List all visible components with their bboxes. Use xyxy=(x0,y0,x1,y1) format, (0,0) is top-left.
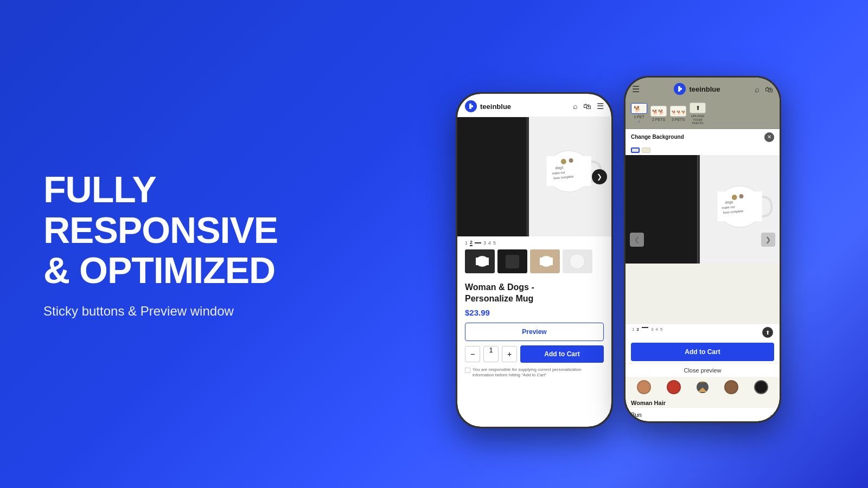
upload-label: UPLOADYOURPHOTO xyxy=(691,114,705,125)
pet-2-svg: 🐕🐕 xyxy=(652,107,665,115)
sticky-bottom-right: 1 2 3 4 5 ⬆ Add to Cart Close preview xyxy=(626,324,780,377)
logo-icon-right xyxy=(674,83,686,95)
svg-point-9 xyxy=(569,158,573,163)
r-dot-4: 4 xyxy=(655,327,658,338)
thumb-img-2 xyxy=(497,249,527,273)
thumb-4[interactable] xyxy=(563,249,592,273)
menu-icon-right[interactable]: ☰ xyxy=(632,84,640,94)
cart-icon-right[interactable]: 🛍 xyxy=(765,85,773,94)
pet-2-icon: 🐕🐕 xyxy=(650,106,667,117)
disclaimer-content: You are responsible for supplying correc… xyxy=(473,367,604,378)
add-to-cart-btn-right[interactable]: Add to Cart xyxy=(631,343,774,361)
upload-arrow-icon: ⬆ xyxy=(695,105,700,112)
svg-rect-0 xyxy=(457,117,526,236)
svg-point-31 xyxy=(732,195,737,200)
search-icon-right[interactable]: ⌕ xyxy=(755,85,760,94)
cart-icon[interactable]: 🛍 xyxy=(583,101,591,111)
disclaimer-text: You are responsible for supplying correc… xyxy=(465,367,604,378)
dot-dash xyxy=(475,242,481,243)
r-dot-3: 3 xyxy=(651,327,653,338)
color-option-4[interactable] xyxy=(724,380,738,394)
product-price-left: $23.99 xyxy=(465,308,604,317)
svg-rect-12 xyxy=(476,258,489,265)
upload-photo-option[interactable]: ⬆ UPLOADYOURPHOTO xyxy=(690,102,706,125)
pet-option-1[interactable]: 🐕 1 PET ✓ xyxy=(631,103,647,124)
bg-swatch-2[interactable] xyxy=(642,147,650,153)
prev-arrow-right[interactable]: ❮ xyxy=(630,233,644,247)
product-info-left: Woman & Dogs -Personalize Mug $23.99 Pre… xyxy=(457,278,611,382)
product-scene-svg-right: dogs make our lives complete xyxy=(626,155,780,264)
product-main-image-right: dogs make our lives complete ❮ ❯ xyxy=(626,155,780,324)
r-dot-1: 1 xyxy=(632,327,634,338)
svg-point-19 xyxy=(570,254,585,269)
dots-nav-left: 1 2 3 4 5 xyxy=(457,236,611,249)
dot-2-active: 2 xyxy=(470,240,473,246)
customization-area: Woman Hair Bun ⌄ xyxy=(626,377,780,421)
dot-4: 4 xyxy=(488,240,491,246)
pet-1-label: 1 PET xyxy=(634,115,644,119)
dot-1: 1 xyxy=(465,240,468,246)
pet-1-svg: 🐕 xyxy=(633,104,646,113)
thumb-img-4 xyxy=(563,249,592,273)
close-x-button[interactable]: ✕ xyxy=(764,132,774,142)
pet-options-row: 🐕 1 PET ✓ 🐕🐕 2 PETS xyxy=(626,99,780,129)
nav-icons-left: ⌕ 🛍 ☰ xyxy=(573,101,604,111)
thumb-img-3 xyxy=(530,249,560,273)
teeinblue-logo-left: teeinblue xyxy=(465,100,511,112)
preview-button[interactable]: Preview xyxy=(465,323,604,341)
r-dot-5: 5 xyxy=(660,327,662,338)
scroll-up-btn[interactable]: ⬆ xyxy=(762,327,773,338)
pet-option-3[interactable]: 🐕🐕🐕 3 PETS xyxy=(670,106,686,121)
bg-swatch-1[interactable] xyxy=(631,147,640,153)
svg-rect-14 xyxy=(506,255,519,268)
thumb-2[interactable] xyxy=(497,249,527,273)
thumbnail-row xyxy=(457,249,611,278)
color-option-2[interactable] xyxy=(667,380,681,394)
svg-rect-1 xyxy=(526,117,529,236)
main-heading: FULLY RESPONSIVE & OPTIMIZED xyxy=(43,169,326,291)
phones-container: teeinblue ⌕ 🛍 ☰ xyxy=(369,60,868,428)
search-icon[interactable]: ⌕ xyxy=(573,101,578,111)
thumb-3[interactable] xyxy=(530,249,560,273)
phone-left: teeinblue ⌕ 🛍 ☰ xyxy=(456,92,613,428)
svg-text:🐕🐕: 🐕🐕 xyxy=(652,109,665,115)
cart-row: − 1 + Add to Cart xyxy=(465,345,604,363)
r-dot-dash xyxy=(642,327,648,328)
pet-1-icon: 🐕 xyxy=(631,103,647,114)
phone-left-screen: teeinblue ⌕ 🛍 ☰ xyxy=(457,94,611,427)
thumb-1[interactable] xyxy=(465,249,495,273)
color-option-5[interactable] xyxy=(754,380,768,394)
menu-icon[interactable]: ☰ xyxy=(597,101,604,111)
qty-plus-btn[interactable]: + xyxy=(502,346,517,362)
thumb-img-1 xyxy=(465,249,495,273)
left-section: FULLY RESPONSIVE & OPTIMIZED Sticky butt… xyxy=(0,169,369,319)
close-preview-btn[interactable]: Close preview xyxy=(626,363,780,377)
phone-right-screen: ☰ teeinblue ⌕ 🛍 xyxy=(626,78,780,421)
svg-text:🐕: 🐕 xyxy=(634,105,641,113)
svg-rect-4 xyxy=(547,156,591,186)
title-line-2: & OPTIMIZED xyxy=(43,249,275,291)
color-option-3[interactable] xyxy=(697,381,709,393)
pet-3-label: 3 PETS xyxy=(672,118,685,121)
disclaimer-checkbox[interactable] xyxy=(465,368,470,373)
dots-nav-right: 1 2 3 4 5 ⬆ xyxy=(626,324,780,341)
svg-point-8 xyxy=(561,159,566,164)
logo-symbol xyxy=(467,102,475,110)
qty-minus-btn[interactable]: − xyxy=(465,346,480,362)
bun-dropdown[interactable]: Bun ⌄ xyxy=(626,407,780,421)
next-arrow-right[interactable]: ❯ xyxy=(761,233,775,247)
color-option-1[interactable] xyxy=(637,380,651,394)
svg-rect-17 xyxy=(540,258,553,265)
subtitle: Sticky buttons & Preview window xyxy=(43,304,326,319)
pet-3-svg: 🐕🐕🐕 xyxy=(672,107,685,115)
qty-input[interactable]: 1 xyxy=(483,346,499,362)
logo-icon-left xyxy=(465,100,477,112)
phone-left-header: teeinblue ⌕ 🛍 ☰ xyxy=(457,94,611,117)
pet-option-2[interactable]: 🐕🐕 2 PETS xyxy=(650,106,667,121)
color-options-row xyxy=(626,377,780,397)
phone-right: ☰ teeinblue ⌕ 🛍 xyxy=(624,76,781,423)
add-to-cart-btn-left[interactable]: Add to Cart xyxy=(520,345,604,363)
logo-text-left: teeinblue xyxy=(480,102,511,111)
next-arrow-left[interactable]: ❯ xyxy=(592,169,607,184)
dot-3: 3 xyxy=(483,240,486,246)
